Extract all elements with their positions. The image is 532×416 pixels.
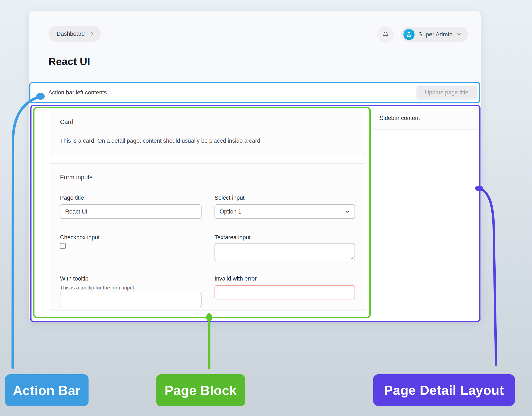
- card: Card This is a card. On a detail page, c…: [50, 110, 365, 156]
- form-inputs-title: Form inputs: [60, 174, 93, 181]
- bell-icon: [382, 31, 390, 39]
- chevron-right-icon: [89, 31, 95, 36]
- select-value: Option 1: [220, 208, 345, 215]
- update-page-title-button[interactable]: Update page title: [416, 85, 477, 100]
- page-title-field-label: Page title: [60, 195, 84, 201]
- breadcrumb-label: Dashboard: [57, 31, 85, 37]
- annotation-page-detail-layout-label: Page Detail Layout: [373, 374, 515, 406]
- textarea-input[interactable]: [214, 243, 355, 261]
- select-field-label: Select input: [214, 195, 244, 201]
- annotation-action-bar-label: Action Bar: [5, 374, 88, 406]
- avatar: [404, 29, 415, 40]
- invalid-input[interactable]: [214, 285, 355, 299]
- page-title: React UI: [48, 56, 90, 67]
- notifications-button[interactable]: [377, 26, 394, 43]
- textarea-resize-grip-icon[interactable]: [350, 256, 354, 261]
- chevron-down-icon: [456, 32, 462, 37]
- sidebar-content-text: Sidebar content: [380, 115, 420, 122]
- user-name: Super Admin: [418, 31, 452, 38]
- tooltip-text: This is a tooltip for the form input: [60, 285, 134, 291]
- tooltip-input[interactable]: [60, 293, 202, 307]
- page-detail-layout: Card This is a card. On a detail page, c…: [30, 105, 481, 322]
- page-title-input[interactable]: [60, 204, 202, 219]
- select-input[interactable]: Option 1: [214, 204, 355, 219]
- annotation-page-block-label: Page Block: [156, 374, 245, 406]
- action-bar: Action bar left contents Update page tit…: [29, 82, 480, 103]
- select-chevron-icon: [345, 209, 350, 214]
- page-block: Card This is a card. On a detail page, c…: [33, 107, 371, 318]
- breadcrumb[interactable]: Dashboard: [48, 26, 101, 42]
- user-menu[interactable]: Super Admin: [401, 27, 468, 42]
- checkbox-field-label: Checkbox input: [60, 234, 100, 241]
- textarea-field-label: Textarea input: [214, 234, 251, 241]
- sidebar-card: Sidebar content: [373, 107, 478, 130]
- checkbox-input[interactable]: [60, 243, 66, 249]
- action-bar-left-text: Action bar left contents: [48, 89, 107, 96]
- form-inputs-card: Form inputs Page title Select input Opti…: [50, 163, 365, 311]
- invalid-field-label: Invalid with error: [214, 275, 257, 282]
- card-body-text: This is a card. On a detail page, conten…: [60, 138, 262, 144]
- card-title: Card: [60, 118, 73, 125]
- tooltip-field-label: With tooltip: [60, 275, 88, 282]
